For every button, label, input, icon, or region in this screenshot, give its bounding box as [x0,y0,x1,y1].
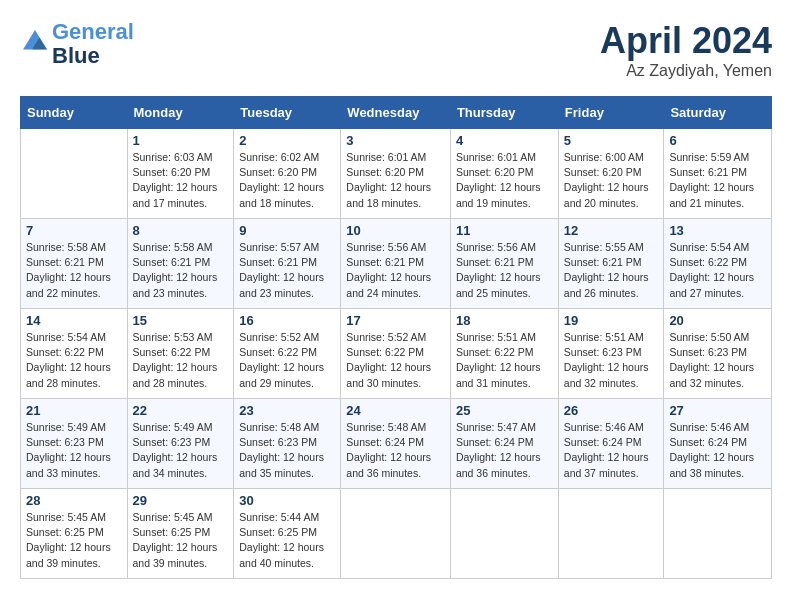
day-number: 22 [133,403,229,418]
day-number: 12 [564,223,659,238]
month-title: April 2024 [600,20,772,62]
day-info: Sunrise: 5:50 AMSunset: 6:23 PMDaylight:… [669,330,766,391]
day-number: 19 [564,313,659,328]
day-number: 21 [26,403,122,418]
calendar-cell: 18Sunrise: 5:51 AMSunset: 6:22 PMDayligh… [450,309,558,399]
calendar-cell: 23Sunrise: 5:48 AMSunset: 6:23 PMDayligh… [234,399,341,489]
day-info: Sunrise: 5:51 AMSunset: 6:23 PMDaylight:… [564,330,659,391]
day-number: 6 [669,133,766,148]
calendar-cell: 22Sunrise: 5:49 AMSunset: 6:23 PMDayligh… [127,399,234,489]
calendar-cell: 12Sunrise: 5:55 AMSunset: 6:21 PMDayligh… [558,219,664,309]
calendar-cell: 2Sunrise: 6:02 AMSunset: 6:20 PMDaylight… [234,129,341,219]
calendar-cell: 26Sunrise: 5:46 AMSunset: 6:24 PMDayligh… [558,399,664,489]
calendar-cell: 14Sunrise: 5:54 AMSunset: 6:22 PMDayligh… [21,309,128,399]
logo-text: GeneralBlue [52,20,134,68]
day-info: Sunrise: 5:51 AMSunset: 6:22 PMDaylight:… [456,330,553,391]
day-info: Sunrise: 6:00 AMSunset: 6:20 PMDaylight:… [564,150,659,211]
day-number: 17 [346,313,445,328]
day-number: 28 [26,493,122,508]
calendar-cell: 13Sunrise: 5:54 AMSunset: 6:22 PMDayligh… [664,219,772,309]
day-info: Sunrise: 5:44 AMSunset: 6:25 PMDaylight:… [239,510,335,571]
calendar-cell: 16Sunrise: 5:52 AMSunset: 6:22 PMDayligh… [234,309,341,399]
day-number: 27 [669,403,766,418]
day-info: Sunrise: 5:49 AMSunset: 6:23 PMDaylight:… [26,420,122,481]
calendar-cell: 29Sunrise: 5:45 AMSunset: 6:25 PMDayligh… [127,489,234,579]
day-number: 29 [133,493,229,508]
calendar-cell: 8Sunrise: 5:58 AMSunset: 6:21 PMDaylight… [127,219,234,309]
calendar-cell: 27Sunrise: 5:46 AMSunset: 6:24 PMDayligh… [664,399,772,489]
calendar-cell: 5Sunrise: 6:00 AMSunset: 6:20 PMDaylight… [558,129,664,219]
calendar-week-4: 21Sunrise: 5:49 AMSunset: 6:23 PMDayligh… [21,399,772,489]
day-info: Sunrise: 5:53 AMSunset: 6:22 PMDaylight:… [133,330,229,391]
col-header-thursday: Thursday [450,97,558,129]
day-number: 8 [133,223,229,238]
day-info: Sunrise: 5:55 AMSunset: 6:21 PMDaylight:… [564,240,659,301]
calendar-cell: 1Sunrise: 6:03 AMSunset: 6:20 PMDaylight… [127,129,234,219]
day-info: Sunrise: 5:47 AMSunset: 6:24 PMDaylight:… [456,420,553,481]
day-info: Sunrise: 6:03 AMSunset: 6:20 PMDaylight:… [133,150,229,211]
day-number: 7 [26,223,122,238]
day-info: Sunrise: 5:48 AMSunset: 6:23 PMDaylight:… [239,420,335,481]
calendar-cell: 24Sunrise: 5:48 AMSunset: 6:24 PMDayligh… [341,399,451,489]
day-info: Sunrise: 5:54 AMSunset: 6:22 PMDaylight:… [26,330,122,391]
logo-icon [20,27,50,57]
calendar-cell: 21Sunrise: 5:49 AMSunset: 6:23 PMDayligh… [21,399,128,489]
location: Az Zaydiyah, Yemen [600,62,772,80]
day-number: 16 [239,313,335,328]
day-info: Sunrise: 5:46 AMSunset: 6:24 PMDaylight:… [669,420,766,481]
day-number: 4 [456,133,553,148]
day-number: 15 [133,313,229,328]
page-header: GeneralBlue April 2024 Az Zaydiyah, Yeme… [20,20,772,80]
calendar-week-5: 28Sunrise: 5:45 AMSunset: 6:25 PMDayligh… [21,489,772,579]
calendar-cell: 3Sunrise: 6:01 AMSunset: 6:20 PMDaylight… [341,129,451,219]
day-info: Sunrise: 5:59 AMSunset: 6:21 PMDaylight:… [669,150,766,211]
day-info: Sunrise: 5:49 AMSunset: 6:23 PMDaylight:… [133,420,229,481]
day-number: 18 [456,313,553,328]
calendar-cell: 30Sunrise: 5:44 AMSunset: 6:25 PMDayligh… [234,489,341,579]
day-number: 30 [239,493,335,508]
day-info: Sunrise: 5:57 AMSunset: 6:21 PMDaylight:… [239,240,335,301]
day-number: 20 [669,313,766,328]
day-number: 11 [456,223,553,238]
day-number: 1 [133,133,229,148]
day-number: 9 [239,223,335,238]
day-info: Sunrise: 5:48 AMSunset: 6:24 PMDaylight:… [346,420,445,481]
day-info: Sunrise: 5:58 AMSunset: 6:21 PMDaylight:… [133,240,229,301]
day-info: Sunrise: 5:52 AMSunset: 6:22 PMDaylight:… [346,330,445,391]
calendar-header-row: SundayMondayTuesdayWednesdayThursdayFrid… [21,97,772,129]
calendar-cell [450,489,558,579]
logo: GeneralBlue [20,20,134,68]
day-info: Sunrise: 5:46 AMSunset: 6:24 PMDaylight:… [564,420,659,481]
calendar-cell: 9Sunrise: 5:57 AMSunset: 6:21 PMDaylight… [234,219,341,309]
calendar-cell: 19Sunrise: 5:51 AMSunset: 6:23 PMDayligh… [558,309,664,399]
calendar-cell [664,489,772,579]
calendar-week-2: 7Sunrise: 5:58 AMSunset: 6:21 PMDaylight… [21,219,772,309]
day-number: 2 [239,133,335,148]
day-info: Sunrise: 6:01 AMSunset: 6:20 PMDaylight:… [456,150,553,211]
calendar-cell [558,489,664,579]
day-info: Sunrise: 5:56 AMSunset: 6:21 PMDaylight:… [456,240,553,301]
col-header-wednesday: Wednesday [341,97,451,129]
day-info: Sunrise: 5:45 AMSunset: 6:25 PMDaylight:… [26,510,122,571]
title-block: April 2024 Az Zaydiyah, Yemen [600,20,772,80]
calendar-cell: 4Sunrise: 6:01 AMSunset: 6:20 PMDaylight… [450,129,558,219]
col-header-sunday: Sunday [21,97,128,129]
day-number: 5 [564,133,659,148]
day-info: Sunrise: 5:58 AMSunset: 6:21 PMDaylight:… [26,240,122,301]
calendar-cell: 25Sunrise: 5:47 AMSunset: 6:24 PMDayligh… [450,399,558,489]
calendar-week-1: 1Sunrise: 6:03 AMSunset: 6:20 PMDaylight… [21,129,772,219]
calendar-cell: 20Sunrise: 5:50 AMSunset: 6:23 PMDayligh… [664,309,772,399]
day-number: 3 [346,133,445,148]
calendar-cell: 11Sunrise: 5:56 AMSunset: 6:21 PMDayligh… [450,219,558,309]
day-number: 14 [26,313,122,328]
calendar-cell: 17Sunrise: 5:52 AMSunset: 6:22 PMDayligh… [341,309,451,399]
col-header-monday: Monday [127,97,234,129]
calendar-cell: 10Sunrise: 5:56 AMSunset: 6:21 PMDayligh… [341,219,451,309]
day-number: 23 [239,403,335,418]
day-info: Sunrise: 5:45 AMSunset: 6:25 PMDaylight:… [133,510,229,571]
calendar-week-3: 14Sunrise: 5:54 AMSunset: 6:22 PMDayligh… [21,309,772,399]
day-info: Sunrise: 6:01 AMSunset: 6:20 PMDaylight:… [346,150,445,211]
calendar-cell: 28Sunrise: 5:45 AMSunset: 6:25 PMDayligh… [21,489,128,579]
day-number: 24 [346,403,445,418]
col-header-friday: Friday [558,97,664,129]
